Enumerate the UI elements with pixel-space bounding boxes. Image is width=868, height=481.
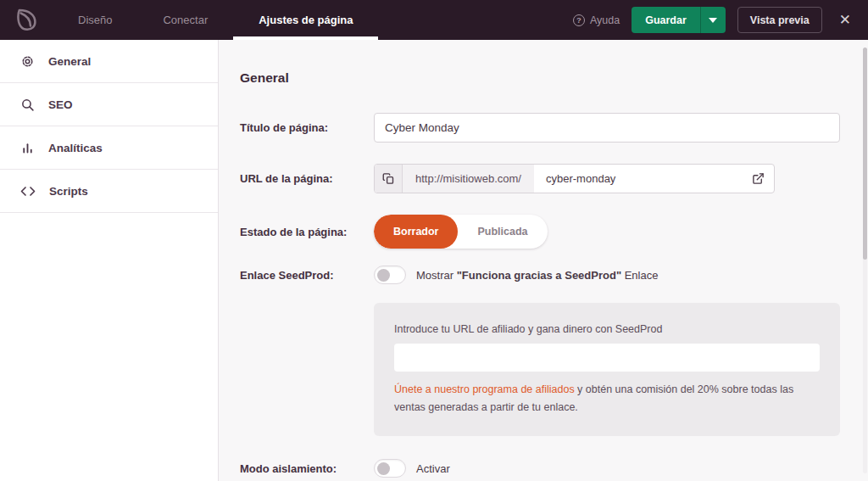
gear-icon <box>20 54 35 69</box>
settings-panel: General Título de página: URL de la pági… <box>219 40 868 481</box>
sidebar-item-label: General <box>48 55 91 68</box>
status-toggle: Borrador Publicada <box>374 215 548 249</box>
toggle-knob <box>377 269 390 282</box>
url-slug-input[interactable] <box>534 165 752 193</box>
seedprod-logo[interactable] <box>0 0 53 40</box>
affiliate-box: Introduce tu URL de afiliado y gana dine… <box>374 303 840 436</box>
code-icon <box>20 185 36 198</box>
seedprod-link-label: Enlace SeedProd: <box>240 269 374 282</box>
isolation-mode-toggle[interactable] <box>374 459 406 478</box>
isolation-toggle-label: Activar <box>416 462 450 475</box>
bar-chart-icon <box>20 141 35 155</box>
page-url-row: URL de la página: http://misitioweb.com/ <box>240 164 840 193</box>
open-url-button[interactable] <box>752 165 774 193</box>
sidebar-item-analiticas[interactable]: Analíticas <box>0 126 218 170</box>
sidebar-item-general[interactable]: General <box>0 40 218 83</box>
top-bar: Diseño Conectar Ajustes de página ? Ayud… <box>0 0 868 40</box>
external-link-icon <box>752 172 765 185</box>
affiliate-note: Únete a nuestro programa de afiliados y … <box>394 381 820 416</box>
seedprod-link-row: Enlace SeedProd: Mostrar "Funciona graci… <box>240 266 840 284</box>
help-label: Ayuda <box>590 14 620 26</box>
scrollbar-thumb[interactable] <box>863 48 867 260</box>
seedprod-leaf-icon <box>13 6 41 34</box>
seedprod-link-text: Mostrar "Funciona gracias a SeedProd" En… <box>416 269 658 282</box>
url-prefix: http://misitioweb.com/ <box>403 165 534 193</box>
settings-sidebar: General SEO Analíticas Scripts <box>0 40 219 481</box>
tab-diseno[interactable]: Diseño <box>53 0 137 40</box>
affiliate-program-link[interactable]: Únete a nuestro programa de afiliados <box>394 383 575 395</box>
page-status-row: Estado de la página: Borrador Publicada <box>240 215 840 249</box>
toggle-knob <box>377 462 390 475</box>
tab-conectar[interactable]: Conectar <box>137 0 233 40</box>
help-button[interactable]: ? Ayuda <box>573 14 620 26</box>
page-title: General <box>240 70 840 86</box>
help-icon: ? <box>573 14 585 26</box>
page-status-label: Estado de la página: <box>240 226 374 238</box>
page-title-row: Título de página: <box>240 113 840 143</box>
page-url-group: http://misitioweb.com/ <box>374 164 775 193</box>
sidebar-item-label: SEO <box>48 98 73 111</box>
page-url-label: URL de la página: <box>240 172 374 185</box>
seedprod-link-toggle[interactable] <box>374 266 406 284</box>
tab-ajustes-de-pagina[interactable]: Ajustes de página <box>233 0 378 40</box>
affiliate-row: Introduce tu URL de afiliado y gana dine… <box>240 303 840 436</box>
chevron-down-icon <box>709 18 717 23</box>
affiliate-url-input[interactable] <box>394 344 820 372</box>
copy-url-button[interactable] <box>375 165 403 193</box>
status-option-borrador[interactable]: Borrador <box>374 215 458 249</box>
search-icon <box>20 98 35 112</box>
page-title-input[interactable] <box>374 113 840 143</box>
preview-button[interactable]: Vista previa <box>737 7 822 33</box>
copy-icon <box>382 172 395 185</box>
scrollbar-track[interactable] <box>863 48 867 473</box>
topbar-tabs: Diseño Conectar Ajustes de página <box>53 0 378 40</box>
sidebar-item-seo[interactable]: SEO <box>0 83 218 126</box>
save-button[interactable]: Guardar <box>632 7 700 33</box>
sidebar-item-label: Scripts <box>49 185 88 198</box>
affiliate-prompt: Introduce tu URL de afiliado y gana dine… <box>394 323 820 335</box>
close-icon[interactable]: ✕ <box>834 11 856 29</box>
isolation-mode-row: Modo aislamiento: Activar <box>240 459 840 478</box>
page-title-label: Título de página: <box>240 121 374 134</box>
sidebar-item-label: Analíticas <box>48 142 103 154</box>
isolation-mode-label: Modo aislamiento: <box>240 462 374 475</box>
status-option-publicada[interactable]: Publicada <box>458 215 547 249</box>
save-dropdown-button[interactable] <box>700 7 726 33</box>
save-button-group: Guardar <box>632 7 726 33</box>
sidebar-item-scripts[interactable]: Scripts <box>0 170 218 213</box>
